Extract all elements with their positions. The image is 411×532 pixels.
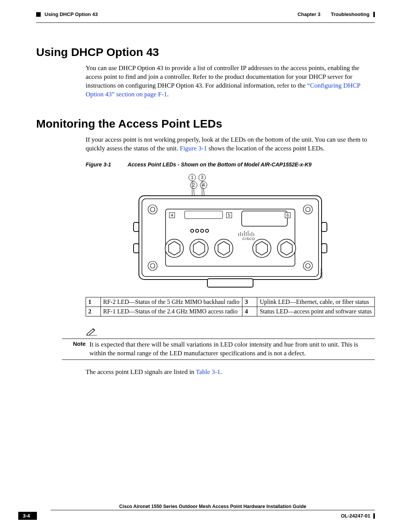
legend-num: 2 — [86, 307, 101, 316]
legend-num: 1 — [86, 297, 101, 307]
svg-text:5: 5 — [228, 213, 230, 217]
note-text: It is expected that there will be small … — [89, 340, 375, 358]
legend-desc: RF-1 LED—Status of the 2.4 GHz MIMO acce… — [101, 307, 242, 316]
svg-point-38 — [306, 207, 310, 212]
footer-rule — [51, 510, 375, 510]
svg-point-42 — [306, 264, 310, 268]
svg-point-21 — [191, 229, 194, 232]
legend-num: 4 — [242, 307, 257, 316]
footer-bar-icon — [373, 513, 375, 519]
svg-rect-43 — [134, 222, 139, 232]
header-left-text: Using DHCP Option 43 — [45, 11, 98, 17]
svg-rect-19 — [242, 211, 287, 226]
header-chapter: Chapter 3 — [298, 11, 320, 17]
link-figure-3-1[interactable]: Figure 3-1 — [180, 145, 207, 152]
table-row: 1 RF-2 LED—Status of the 5 GHz MIMO back… — [86, 297, 375, 307]
svg-text:4: 4 — [171, 213, 173, 217]
heading-monitoring-leds: Monitoring the Access Point LEDs — [36, 117, 375, 130]
heading-dhcp-option-43: Using DHCP Option 43 — [36, 46, 375, 59]
para-text-tail: . — [167, 91, 169, 98]
legend-desc: RF-2 LED—Status of the 5 GHz MIMO backha… — [101, 297, 242, 307]
svg-point-22 — [196, 229, 199, 232]
link-table-3-1[interactable]: Table 3-1 — [196, 368, 220, 375]
svg-point-23 — [201, 229, 204, 232]
header-rule — [36, 22, 375, 23]
figure-label: Figure 3-1 — [86, 161, 111, 168]
header-bar-icon — [373, 12, 375, 17]
figure-id: 282144 — [320, 268, 323, 278]
note-block: Note It is expected that there will be s… — [62, 327, 375, 360]
footer-doc-id: OL-24247-01 — [341, 513, 370, 519]
paragraph-after-note: The access point LED signals are listed … — [86, 368, 375, 376]
svg-rect-44 — [134, 244, 139, 253]
cisco-logo-text: CISCO — [242, 237, 255, 241]
legend-desc: Status LED—access point and software sta… — [257, 307, 375, 316]
svg-text:3: 3 — [201, 175, 204, 180]
paragraph-dhcp: You can use DHCP Option 43 to provide a … — [86, 64, 375, 99]
svg-text:2: 2 — [193, 182, 195, 188]
header-title: Troubleshooting — [331, 11, 370, 17]
footer-doc-title: Cisco Aironet 1550 Series Outdoor Mesh A… — [51, 504, 375, 509]
svg-rect-20 — [185, 211, 223, 219]
figure-title: Access Point LEDs - Shown on the Bottom … — [127, 161, 311, 168]
svg-point-40 — [150, 264, 155, 268]
led-legend-table: 1 RF-2 LED—Status of the 5 GHz MIMO back… — [86, 297, 375, 316]
table-row: 2 RF-1 LED—Status of the 2.4 GHz MIMO ac… — [86, 307, 375, 316]
para-text-tail: shows the location of the access point L… — [207, 145, 325, 152]
access-point-diagram: 1 3 2 4 — [131, 173, 329, 291]
para-text: The access point LED signals are listed … — [86, 368, 196, 375]
svg-text:1: 1 — [191, 175, 194, 180]
svg-text:6: 6 — [287, 213, 289, 217]
note-label: Note — [62, 340, 89, 358]
svg-point-24 — [206, 229, 209, 232]
page-number: 3-4 — [18, 512, 37, 520]
header-marker-icon — [36, 12, 41, 17]
svg-point-36 — [150, 207, 155, 212]
svg-text:4: 4 — [202, 182, 205, 188]
para-text-tail: . — [220, 368, 222, 375]
figure-diagram: 1 3 2 4 — [86, 173, 375, 291]
paragraph-monitoring: If your access point is not working prop… — [86, 136, 375, 153]
page-footer: Cisco Aironet 1550 Series Outdoor Mesh A… — [18, 504, 375, 520]
pencil-icon — [86, 327, 375, 338]
legend-desc: Uplink LED—Ethernet, cable, or fiber sta… — [257, 297, 375, 307]
svg-rect-45 — [322, 222, 327, 232]
svg-rect-46 — [322, 244, 327, 253]
svg-rect-47 — [207, 279, 253, 287]
running-header: Using DHCP Option 43 Chapter 3 Troublesh… — [36, 11, 375, 17]
figure-caption: Figure 3-1 Access Point LEDs - Shown on … — [86, 161, 375, 168]
legend-num: 3 — [242, 297, 257, 307]
